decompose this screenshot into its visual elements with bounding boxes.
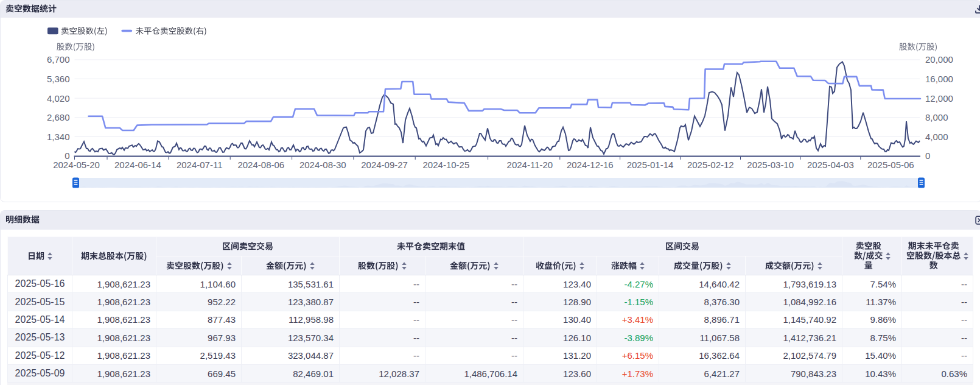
svg-text:0: 0	[925, 150, 930, 161]
svg-text:2,680: 2,680	[47, 112, 70, 122]
svg-text:2024-09-27: 2024-09-27	[361, 160, 408, 170]
svg-text:2024-07-11: 2024-07-11	[177, 160, 223, 170]
svg-text:2025-04-03: 2025-04-03	[807, 160, 854, 170]
svg-text:12,000: 12,000	[925, 93, 953, 104]
svg-text:1,340: 1,340	[47, 132, 70, 142]
svg-text:2024-11-20: 2024-11-20	[507, 160, 553, 170]
svg-text:2025-05-06: 2025-05-06	[867, 160, 914, 170]
svg-text:4,020: 4,020	[47, 93, 70, 104]
svg-text:2024-06-14: 2024-06-14	[114, 160, 161, 170]
svg-text:2024-08-06: 2024-08-06	[237, 160, 284, 170]
svg-text:4,000: 4,000	[925, 132, 948, 142]
svg-text:2025-01-14: 2025-01-14	[627, 160, 674, 170]
svg-text:2024-10-25: 2024-10-25	[423, 160, 470, 170]
svg-text:20,000: 20,000	[925, 54, 953, 65]
svg-text:8,000: 8,000	[925, 112, 948, 122]
svg-text:2025-02-12: 2025-02-12	[687, 160, 734, 170]
svg-text:5,360: 5,360	[47, 74, 70, 84]
svg-text:2025-03-10: 2025-03-10	[747, 160, 794, 170]
svg-text:2024-12-16: 2024-12-16	[567, 160, 614, 170]
svg-text:2024-08-30: 2024-08-30	[299, 160, 346, 170]
svg-text:2024-05-20: 2024-05-20	[53, 160, 100, 170]
svg-text:16,000: 16,000	[925, 74, 953, 84]
svg-text:6,700: 6,700	[47, 54, 70, 65]
